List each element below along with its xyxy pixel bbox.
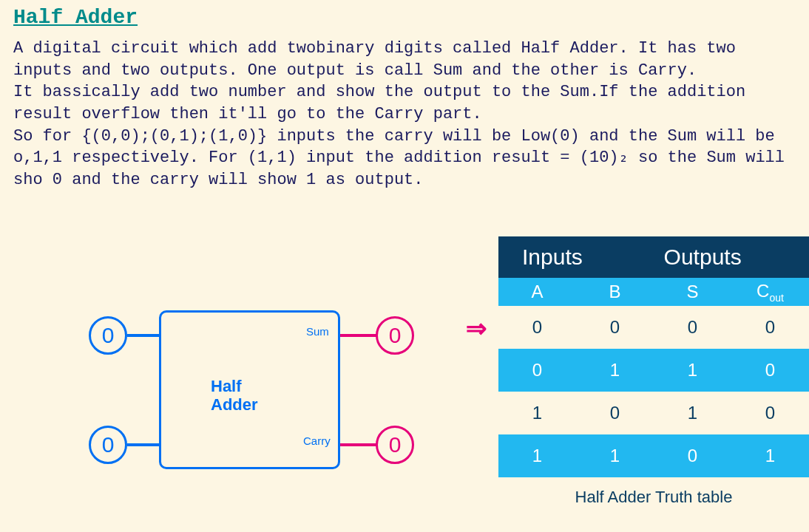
wire-in1 — [127, 334, 160, 337]
cell-b: 0 — [576, 403, 654, 423]
output-port-sum: 0 — [376, 316, 414, 355]
header-outputs: Outputs — [648, 236, 809, 278]
cell-c: 0 — [731, 317, 809, 338]
wire-out1 — [340, 334, 377, 337]
cell-s: 1 — [654, 403, 731, 423]
col-cout: Cout — [731, 281, 809, 304]
input-port-1: 0 — [89, 316, 127, 355]
table-row: 0 1 1 0 — [498, 349, 809, 392]
cell-b: 0 — [576, 317, 654, 338]
cell-b: 1 — [576, 446, 654, 466]
half-adder-block-label: Half Adder — [211, 377, 258, 415]
col-b: B — [576, 282, 654, 302]
cell-s: 0 — [654, 317, 731, 338]
cell-a: 1 — [498, 403, 576, 423]
sum-label: Sum — [306, 325, 329, 338]
cell-s: 1 — [654, 360, 731, 381]
half-adder-circuit: Half Adder 0 0 0 0 Sum Carry — [81, 303, 436, 480]
cell-c: 0 — [731, 403, 809, 423]
output-port-carry: 0 — [376, 426, 414, 464]
cell-s: 0 — [654, 446, 731, 466]
header-inputs: Inputs — [498, 236, 648, 278]
cell-a: 1 — [498, 446, 576, 466]
page-title: Half Adder — [0, 0, 809, 32]
block-label-line2: Adder — [211, 395, 258, 414]
table-row: 1 1 0 1 — [498, 434, 809, 477]
cell-a: 0 — [498, 317, 576, 338]
table-row: 1 0 1 0 — [498, 392, 809, 434]
truth-table-subheader: A B S Cout — [498, 278, 809, 306]
cell-b: 1 — [576, 360, 654, 381]
input-port-2: 0 — [89, 426, 127, 464]
truth-table-header: Inputs Outputs — [498, 236, 809, 278]
table-row: 0 0 0 0 — [498, 306, 809, 349]
cell-c: 0 — [731, 360, 809, 381]
carry-label: Carry — [303, 434, 331, 447]
cell-a: 0 — [498, 360, 576, 381]
wire-in2 — [127, 443, 160, 446]
wire-out2 — [340, 443, 377, 446]
col-a: A — [498, 282, 576, 302]
col-s: S — [654, 282, 731, 302]
block-label-line1: Half — [211, 377, 242, 395]
col-cout-main: C — [756, 281, 769, 301]
truth-table-caption: Half Adder Truth table — [498, 477, 809, 507]
col-cout-sub: out — [769, 291, 783, 303]
truth-table: ⇒ Inputs Outputs A B S Cout 0 0 0 0 0 1 … — [498, 236, 809, 507]
arrow-icon: ⇒ — [466, 313, 487, 343]
cell-c: 1 — [731, 446, 809, 466]
description-text: A digital circuit which add twobinary di… — [0, 32, 809, 191]
lower-area: Half Adder 0 0 0 0 Sum Carry ⇒ Inputs Ou… — [0, 236, 809, 532]
